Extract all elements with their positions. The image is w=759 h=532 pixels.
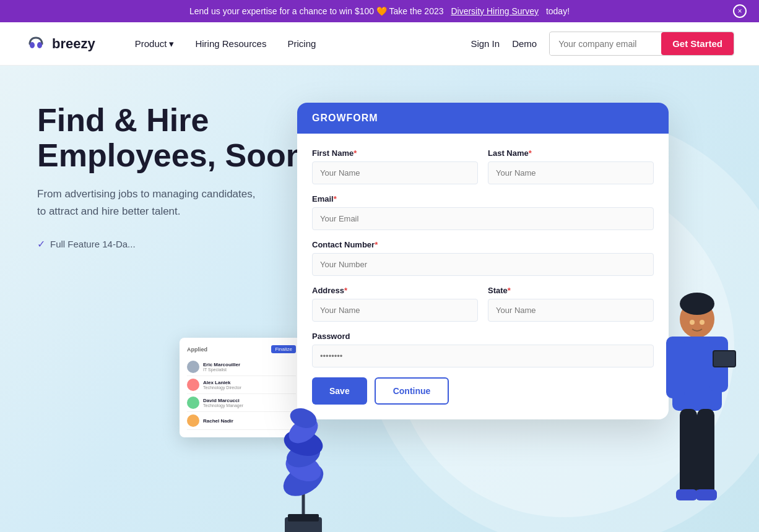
candidate-role: Technology Director (203, 385, 241, 390)
svg-point-1 (37, 42, 42, 48)
candidate-name: Eric Marcouiller (203, 362, 240, 367)
nav-product[interactable]: Product ▾ (126, 33, 183, 54)
candidate-name: Alex Laniek (203, 380, 241, 385)
candidate-role: IT Specialist (203, 367, 240, 372)
form-body: First Name* Last Name* Email* (297, 134, 669, 419)
growform-container: GROWFORM First Name* Last Name* (297, 103, 669, 419)
form-header: GROWFORM (297, 103, 669, 134)
form-row-contact: Contact Number* (312, 240, 654, 276)
address-label: Address* (312, 286, 478, 295)
state-field: State* (488, 286, 654, 322)
password-input[interactable] (312, 345, 654, 367)
first-name-field: First Name* (312, 148, 478, 184)
svg-rect-3 (288, 514, 319, 521)
email-input[interactable] (312, 207, 654, 230)
email-label: Email* (312, 194, 654, 204)
continue-button[interactable]: Continue (375, 377, 449, 405)
svg-rect-17 (680, 409, 697, 496)
last-name-label: Last Name* (488, 148, 654, 158)
first-name-input[interactable] (312, 161, 478, 184)
app-finalize-btn[interactable]: Finalize (271, 345, 296, 353)
svg-rect-20 (696, 489, 717, 500)
svg-point-0 (30, 42, 35, 48)
candidate-name: David Marcucci (203, 398, 243, 403)
banner-link[interactable]: Diversity Hiring Survey (451, 6, 539, 16)
chevron-down-icon: ▾ (169, 38, 174, 49)
avatar (187, 361, 199, 373)
svg-rect-19 (676, 489, 697, 500)
list-item: Eric Marcouiller IT Specialist (187, 358, 296, 376)
svg-rect-13 (666, 337, 685, 398)
form-row-email: Email* (312, 194, 654, 230)
password-label: Password (312, 332, 654, 341)
get-started-button[interactable]: Get Started (661, 32, 734, 55)
candidate-name: Rachel Nadir (203, 418, 233, 424)
svg-point-21 (680, 293, 714, 315)
avatar (187, 414, 199, 427)
avatar (187, 397, 199, 409)
close-button[interactable]: × (733, 4, 747, 18)
address-input[interactable] (312, 299, 478, 322)
banner-text-after: today! (546, 6, 570, 16)
form-row-address: Address* State* (312, 286, 654, 322)
navbar: breezy Product ▾ Hiring Resources Pricin… (0, 22, 759, 66)
email-cta-input[interactable] (550, 33, 661, 55)
hero-section: Find & Hire Employees, Sooner. From adve… (0, 66, 759, 532)
form-row-password: Password (312, 332, 654, 367)
svg-rect-16 (714, 351, 735, 366)
contact-field: Contact Number* (312, 240, 654, 276)
last-name-field: Last Name* (488, 148, 654, 184)
svg-point-23 (700, 320, 705, 325)
email-cta-wrap: Get Started (549, 32, 734, 56)
app-screen-label: Applied (187, 346, 207, 353)
demo-link[interactable]: Demo (512, 38, 537, 49)
plant-decoration (248, 381, 359, 532)
last-name-input[interactable] (488, 161, 654, 184)
logo-text: breezy (52, 36, 95, 52)
nav-pricing[interactable]: Pricing (279, 33, 324, 54)
announcement-banner: Lend us your expertise for a chance to w… (0, 0, 759, 22)
form-row-name: First Name* Last Name* (312, 148, 654, 184)
avatar (187, 379, 199, 391)
nav-right: Sign In Demo Get Started (471, 32, 734, 56)
state-label: State* (488, 286, 654, 295)
email-field: Email* (312, 194, 654, 230)
app-screen-header: Applied Finalize (187, 345, 296, 353)
banner-text: Lend us your expertise for a chance to w… (189, 6, 444, 16)
candidate-role: Technology Manager (203, 403, 243, 408)
signin-link[interactable]: Sign In (471, 38, 500, 49)
address-field: Address* (312, 286, 478, 322)
svg-point-22 (690, 320, 695, 325)
feature-text: Full Feature 14-Da... (50, 239, 136, 249)
contact-label: Contact Number* (312, 240, 654, 249)
svg-rect-18 (697, 409, 714, 496)
state-input[interactable] (488, 299, 654, 322)
nav-hiring-resources[interactable]: Hiring Resources (186, 33, 275, 54)
contact-input[interactable] (312, 253, 654, 276)
logo[interactable]: breezy (25, 35, 95, 53)
first-name-label: First Name* (312, 148, 478, 158)
logo-icon (25, 35, 47, 53)
password-field: Password (312, 332, 654, 367)
form-actions: Save Continue (312, 377, 654, 405)
person-illustration (654, 270, 740, 532)
nav-links: Product ▾ Hiring Resources Pricing (126, 33, 453, 54)
check-icon: ✓ (37, 238, 45, 250)
